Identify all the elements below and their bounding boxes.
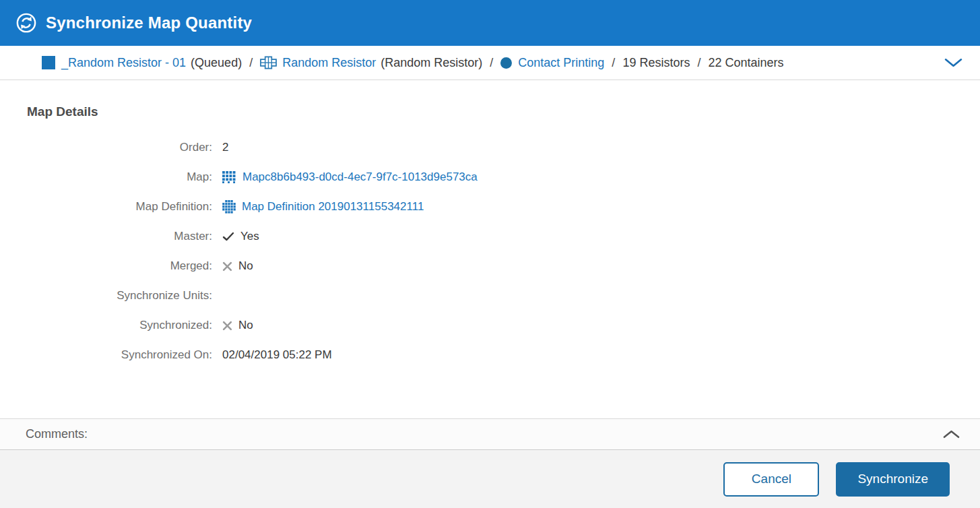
breadcrumb: _Random Resistor - 01 (Queued) / Random … [0, 46, 980, 80]
synchronize-map-quantity-dialog: Synchronize Map Quantity _Random Resisto… [0, 0, 980, 508]
field-synchronized-text: No [238, 319, 253, 332]
field-synchronized-label: Synchronized: [0, 319, 212, 332]
comments-section-bar[interactable]: Comments: [0, 418, 980, 450]
field-order: Order: 2 [0, 133, 980, 162]
field-map: Map: Mapc8b6b493-d0cd-4ec7-9f7c-101 [0, 162, 980, 192]
x-icon [222, 261, 232, 272]
field-order-label: Order: [0, 141, 212, 154]
breadcrumb-product-family: (Random Resistor) [381, 56, 482, 70]
field-merged-label: Merged: [0, 259, 212, 273]
field-map-label: Map: [0, 170, 212, 184]
wafer-map-icon [222, 171, 236, 183]
breadcrumb-qty-resistors: 19 Resistors [622, 56, 690, 70]
field-master-label: Master: [0, 230, 212, 243]
field-master-text: Yes [240, 230, 259, 243]
sync-icon [16, 13, 36, 33]
field-master: Master: Yes [0, 222, 980, 251]
breadcrumb-product-link[interactable]: Random Resistor [282, 56, 376, 70]
page-title: Synchronize Map Quantity [46, 13, 252, 32]
breadcrumb-separator: / [249, 56, 253, 70]
field-map-definition-label: Map Definition: [0, 200, 212, 214]
field-map-definition: Map Definition: Ma [0, 192, 980, 222]
field-order-value: 2 [222, 141, 228, 154]
wafer-icon [222, 200, 236, 214]
dialog-header: Synchronize Map Quantity [0, 0, 980, 46]
dialog-footer: Cancel Synchronize [0, 450, 980, 508]
field-map-value: Mapc8b6b493-d0cd-4ec7-9f7c-1013d9e573ca [222, 170, 478, 184]
breadcrumb-separator: / [612, 56, 615, 70]
field-synchronized-value: No [222, 319, 253, 332]
die-cross-icon [260, 56, 277, 69]
container-square-icon [42, 56, 55, 69]
breadcrumb-qty-containers-label: 22 Containers [708, 56, 783, 70]
chevron-down-icon[interactable] [942, 55, 965, 70]
field-synchronized: Synchronized: No [0, 311, 980, 340]
field-synchronized-on-label: Synchronized On: [0, 348, 212, 362]
field-synchronized-on: Synchronized On: 02/04/2019 05:22 PM [0, 340, 980, 370]
breadcrumb-container: _Random Resistor - 01 (Queued) [42, 56, 242, 70]
breadcrumb-step-link[interactable]: Contact Printing [518, 56, 604, 70]
field-merged-value: No [222, 259, 253, 273]
breadcrumb-separator: / [697, 56, 700, 70]
breadcrumb-container-link[interactable]: _Random Resistor - 01 [61, 56, 186, 70]
breadcrumb-container-status: (Queued) [191, 56, 242, 70]
field-list: Order: 2 Map: [0, 133, 980, 370]
breadcrumb-qty-containers: 22 Containers [708, 56, 783, 70]
section-heading: Map Details [27, 104, 980, 119]
x-icon [222, 321, 232, 331]
chevron-up-icon[interactable] [940, 427, 962, 441]
map-details-panel: Map Details Order: 2 Map: [0, 80, 980, 418]
field-synchronize-units: Synchronize Units: [0, 281, 980, 311]
step-circle-icon [500, 57, 512, 69]
map-link[interactable]: Mapc8b6b493-d0cd-4ec7-9f7c-1013d9e573ca [242, 170, 478, 184]
field-synchronized-on-value: 02/04/2019 05:22 PM [222, 348, 332, 362]
breadcrumb-separator: / [490, 56, 493, 70]
field-merged-text: No [238, 259, 253, 273]
field-map-definition-value: Map Definition 20190131155342111 [222, 200, 424, 214]
check-icon [222, 232, 234, 241]
cancel-button[interactable]: Cancel [723, 462, 819, 497]
synchronize-button[interactable]: Synchronize [836, 462, 950, 497]
map-definition-link[interactable]: Map Definition 20190131155342111 [242, 200, 424, 214]
breadcrumb-step: Contact Printing [500, 56, 604, 70]
field-synchronize-units-label: Synchronize Units: [0, 289, 212, 303]
breadcrumb-qty-resistors-label: 19 Resistors [622, 56, 690, 70]
field-master-value: Yes [222, 230, 259, 243]
field-merged: Merged: No [0, 251, 980, 281]
breadcrumb-product: Random Resistor (Random Resistor) [260, 56, 482, 70]
comments-label: Comments: [26, 427, 88, 441]
